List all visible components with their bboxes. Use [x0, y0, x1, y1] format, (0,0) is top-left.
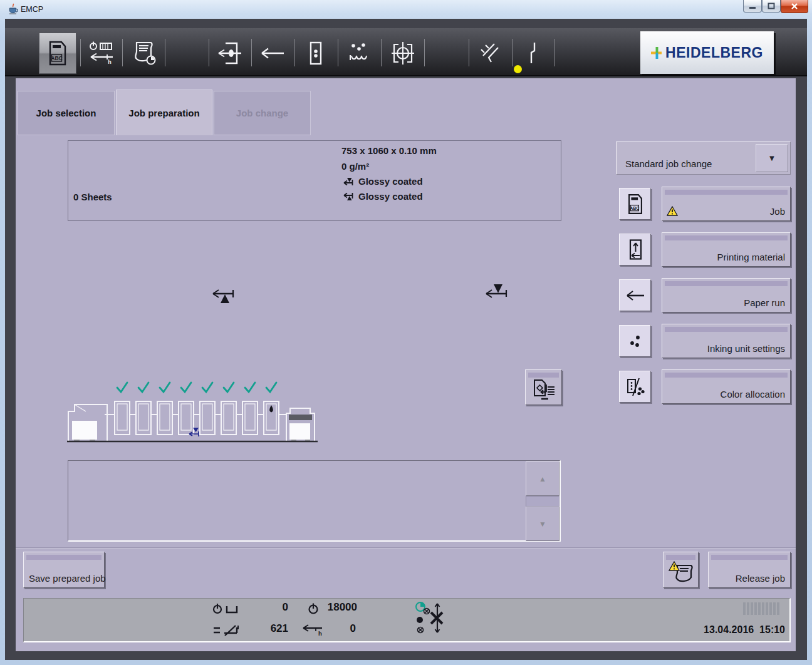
data-transfer-icon: [533, 379, 556, 403]
application-window: EMCP ABC: [0, 0, 812, 665]
java-icon: [8, 3, 18, 15]
tab-label: Job selection: [36, 108, 96, 118]
message-list[interactable]: [68, 460, 561, 542]
paper-run-nav-button[interactable]: Paper run: [662, 278, 791, 312]
paper-run-icon: [625, 287, 645, 304]
paper-side-indicator-left: [211, 287, 235, 305]
minimize-button[interactable]: [743, 0, 762, 13]
release-button-label: Release job: [736, 573, 785, 584]
logo-text: HEIDELBERG: [665, 44, 763, 61]
coating-front-label: Glossy coated: [358, 176, 423, 187]
heidelberg-logo: HEIDELBERG: [640, 31, 774, 74]
nav-button-label: Inking unit settings: [707, 343, 785, 354]
progress-segments: [743, 602, 779, 615]
svg-text:ABC: ABC: [630, 205, 639, 210]
feeder-icon: [217, 41, 242, 66]
paper-run-icon: [260, 45, 285, 61]
coating-back-icon: [343, 192, 354, 201]
warning-icon: [667, 206, 678, 216]
tab-label: Job change: [236, 108, 288, 118]
tab-label: Job preparation: [128, 108, 199, 118]
sheets-count-row: 0 Sheets: [73, 192, 112, 202]
chevron-down-icon: ▼: [768, 153, 776, 163]
job-list-icon: [130, 40, 158, 66]
button-strip: [665, 327, 788, 332]
job-info-box: [68, 140, 561, 221]
job-change-mode-dropdown[interactable]: Standard job change ▼: [616, 142, 791, 175]
printing-unit-icon: [306, 41, 325, 66]
tab-job-change: Job change: [214, 91, 311, 135]
button-strip: [665, 235, 788, 240]
maximize-icon: [768, 3, 775, 9]
scroll-up-button[interactable]: ▲: [526, 461, 560, 496]
svg-text:h: h: [108, 59, 112, 65]
press-diagram: [66, 374, 320, 445]
release-job-button[interactable]: Release job: [708, 552, 791, 588]
remaining-count-value: 0: [318, 622, 356, 635]
toolbar-button-paper-run[interactable]: [252, 33, 293, 74]
button-strip: [528, 373, 559, 378]
paper-run-icon-button[interactable]: [619, 279, 651, 311]
button-strip: [666, 555, 695, 560]
color-allocation-nav-button[interactable]: Color allocation: [662, 369, 791, 404]
production-rate-icon: [212, 623, 241, 638]
minimize-icon: [749, 3, 756, 9]
inking-unit-nav-button[interactable]: Inking unit settings: [662, 324, 791, 358]
paper-format: 753 x 1060 x 0.10 mm: [341, 145, 437, 156]
coating-front-icon: [343, 177, 354, 186]
button-strip: [665, 373, 788, 378]
button-strip: [665, 281, 788, 286]
sheet-count-value: 0: [251, 601, 288, 614]
toolbar-button-washup[interactable]: [469, 33, 511, 74]
logo-plus-icon: [651, 47, 663, 59]
job-icon: ABC: [627, 193, 644, 215]
save-prepared-job-button[interactable]: Save prepared job: [23, 552, 105, 588]
washup-icon: [478, 41, 502, 65]
status-datetime: 13.04.2016 15:10: [658, 624, 785, 636]
data-transfer-button[interactable]: [525, 369, 562, 405]
close-icon: [791, 3, 798, 10]
printing-material-icon: [625, 239, 646, 261]
maximize-button[interactable]: [762, 0, 781, 13]
speed-preset-value: 18000: [316, 601, 357, 614]
save-button-label: Save prepared job: [29, 573, 106, 584]
release-warning-button[interactable]: [663, 552, 699, 588]
status-date: 13.04.2016: [704, 624, 754, 635]
svg-text:ABC: ABC: [51, 55, 62, 61]
coating-back-row: Glossy coated: [343, 191, 423, 202]
toolbar-button-feeder[interactable]: [209, 33, 251, 74]
job-nav-button[interactable]: Job: [662, 187, 791, 221]
toolbar-button-job[interactable]: ABC: [39, 33, 76, 74]
button-strip: [26, 555, 102, 560]
color-allocation-icon: [625, 377, 645, 397]
toolbar-button-printing-unit[interactable]: [295, 33, 336, 74]
scrollbar-track[interactable]: [526, 496, 560, 507]
toolbar-button-register[interactable]: [382, 33, 424, 74]
register-icon: [390, 41, 415, 66]
printing-material-icon-button[interactable]: [619, 234, 651, 265]
tab-job-selection[interactable]: Job selection: [18, 91, 115, 135]
toolbar-button-joblist[interactable]: [123, 33, 165, 74]
nav-button-label: Job: [770, 206, 785, 217]
button-strip: [665, 190, 788, 195]
total-count-value: 621: [251, 622, 288, 635]
nav-button-label: Paper run: [744, 297, 785, 308]
button-strip: [711, 555, 788, 560]
tab-job-preparation[interactable]: Job preparation: [116, 90, 212, 135]
scroll-up-icon: ▲: [539, 475, 546, 483]
color-allocation-icon-button[interactable]: [619, 371, 651, 403]
counter-speed-icon: h: [88, 41, 115, 66]
job-list-warning-icon: [669, 561, 695, 585]
scroll-down-button[interactable]: ▼: [526, 507, 560, 541]
toolbar-button-dampening[interactable]: [338, 33, 380, 74]
lightning-icon: [526, 41, 540, 66]
inking-unit-icon-button[interactable]: [619, 325, 651, 357]
dropdown-arrow-button[interactable]: ▼: [756, 144, 788, 172]
job-icon-button[interactable]: ABC: [619, 188, 651, 220]
status-time: 15:10: [759, 624, 785, 635]
toolbar-button-counter[interactable]: h: [81, 33, 122, 74]
inking-unit-icon: [626, 332, 645, 350]
nav-button-label: Color allocation: [721, 389, 785, 400]
printing-material-nav-button[interactable]: Printing material: [662, 232, 791, 267]
close-button[interactable]: [781, 0, 808, 13]
